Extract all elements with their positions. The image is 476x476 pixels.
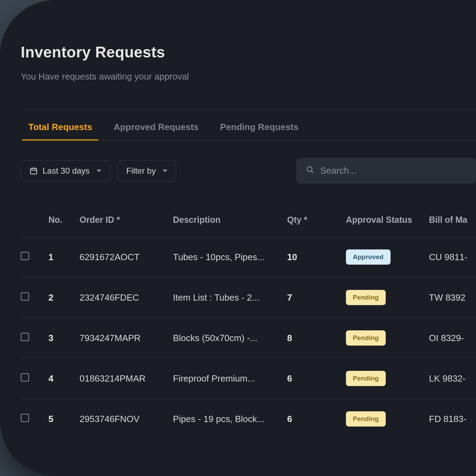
chevron-down-icon	[163, 170, 167, 172]
table-row[interactable]: 37934247MAPRBlocks (50x70cm) -...8Pendin…	[21, 318, 476, 358]
status-badge: Pending	[346, 330, 386, 346]
tab-pending-requests[interactable]: Pending Requests	[220, 110, 299, 140]
cell-order-id: 7934247MAPR	[80, 318, 173, 358]
calendar-icon	[29, 167, 38, 175]
cell-status: Pending	[346, 277, 429, 318]
col-header-no: No.	[48, 198, 80, 237]
table-row[interactable]: 16291672AOCTTubes - 10pcs, Pipes...10App…	[21, 237, 476, 277]
inventory-panel: Inventory Requests You Have requests awa…	[0, 0, 476, 476]
controls-row: Last 30 days Filter by	[21, 140, 476, 198]
page-title: Inventory Requests	[21, 44, 476, 61]
row-checkbox[interactable]	[21, 373, 29, 382]
cell-qty: 8	[287, 318, 346, 358]
cell-bom: CU 9811-	[429, 237, 476, 277]
col-header-bom[interactable]: Bill of Ma	[429, 198, 476, 237]
date-range-label: Last 30 days	[43, 166, 90, 176]
table-row[interactable]: 401863214PMARFireproof Premium...6Pendin…	[21, 358, 476, 399]
chevron-down-icon	[97, 170, 101, 172]
cell-bom: TW 8392	[429, 277, 476, 318]
cell-no: 2	[48, 277, 80, 318]
table-row[interactable]: 22324746FDECItem List : Tubes - 2...7Pen…	[21, 277, 476, 318]
status-badge: Approved	[346, 249, 391, 265]
search-icon	[306, 165, 314, 176]
status-badge: Pending	[346, 411, 386, 427]
page-subtitle: You Have requests awaiting your approval	[21, 71, 476, 82]
cell-qty: 6	[287, 358, 346, 399]
cell-qty: 6	[287, 399, 346, 439]
cell-description: Item List : Tubes - 2...	[173, 277, 287, 318]
cell-bom: LK 9832-	[429, 358, 476, 399]
cell-qty: 7	[287, 277, 346, 318]
col-header-qty[interactable]: Qty *	[287, 198, 346, 237]
cell-order-id: 01863214PMAR	[80, 358, 173, 399]
cell-no: 3	[48, 318, 80, 358]
col-header-description[interactable]: Description	[173, 198, 287, 237]
tabs: Total Requests Approved Requests Pending…	[21, 110, 476, 140]
cell-no: 5	[48, 399, 80, 439]
table-header-row: No. Order ID * Description Qty * Approva…	[21, 198, 476, 237]
filter-by-label: Filter by	[126, 166, 156, 176]
search-input[interactable]	[320, 165, 466, 176]
row-checkbox[interactable]	[21, 292, 29, 301]
cell-status: Pending	[346, 358, 429, 399]
cell-description: Fireproof Premium...	[173, 358, 287, 399]
table-row[interactable]: 52953746FNOVPipes - 19 pcs, Block...6Pen…	[21, 399, 476, 439]
cell-bom: FD 8183-	[429, 399, 476, 439]
status-badge: Pending	[346, 371, 386, 386]
row-checkbox[interactable]	[21, 333, 29, 341]
col-header-status[interactable]: Approval Status	[346, 198, 429, 237]
cell-no: 4	[48, 358, 80, 399]
cell-qty: 10	[287, 237, 346, 277]
requests-table: No. Order ID * Description Qty * Approva…	[21, 198, 476, 439]
tab-total-requests[interactable]: Total Requests	[28, 110, 92, 140]
cell-description: Blocks (50x70cm) -...	[173, 318, 287, 358]
svg-line-5	[311, 171, 313, 173]
cell-status: Pending	[346, 318, 429, 358]
date-range-filter[interactable]: Last 30 days	[21, 160, 110, 182]
row-checkbox[interactable]	[21, 414, 29, 422]
cell-status: Pending	[346, 399, 429, 439]
cell-order-id: 2953746FNOV	[80, 399, 173, 439]
search-box[interactable]	[296, 158, 476, 184]
cell-status: Approved	[346, 237, 429, 277]
cell-description: Tubes - 10pcs, Pipes...	[173, 237, 287, 277]
cell-bom: OI 8329-	[429, 318, 476, 358]
tab-approved-requests[interactable]: Approved Requests	[113, 110, 199, 140]
cell-order-id: 2324746FDEC	[80, 277, 173, 318]
filter-by-button[interactable]: Filter by	[118, 160, 176, 182]
svg-rect-0	[30, 168, 37, 174]
row-checkbox[interactable]	[21, 252, 29, 260]
col-header-order-id[interactable]: Order ID *	[80, 198, 173, 237]
cell-description: Pipes - 19 pcs, Block...	[173, 399, 287, 439]
cell-order-id: 6291672AOCT	[80, 237, 173, 277]
status-badge: Pending	[346, 290, 386, 305]
cell-no: 1	[48, 237, 80, 277]
